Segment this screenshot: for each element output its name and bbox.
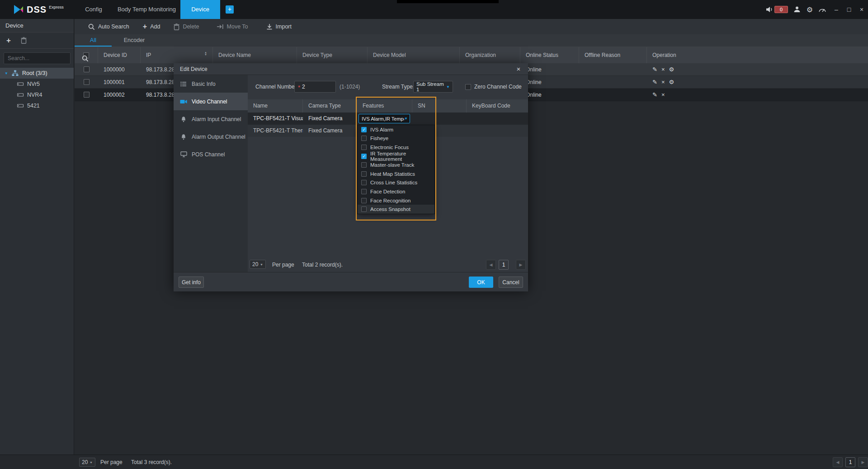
features-dropdown-trigger[interactable]: IVS Alarm,IR Tempera... ▼ [359, 114, 410, 123]
features-dropdown-item[interactable]: Access Snapshot [358, 205, 434, 214]
sort-icon[interactable]: ▲▼ [204, 52, 207, 56]
header-features[interactable]: Features [357, 99, 412, 113]
row-checkbox[interactable] [84, 66, 90, 72]
current-page-number[interactable]: 1 [499, 260, 509, 270]
checkbox-unchecked[interactable] [361, 198, 367, 203]
header-online-status[interactable]: Online Status [520, 47, 579, 63]
channel-table-header: Name Camera Type Features SN KeyBoard Co… [248, 99, 528, 113]
header-device-model[interactable]: Device Model [368, 47, 460, 63]
nav-alarm-input-channel[interactable]: Alarm Input Channel [174, 110, 248, 128]
device-view-tabs: All Encoder [75, 34, 868, 47]
checkbox-unchecked[interactable] [361, 180, 367, 185]
settings-gear-icon[interactable]: ⚙ [805, 0, 815, 19]
edit-device-icon[interactable]: ✎ [652, 89, 657, 101]
header-name[interactable]: Name [248, 99, 303, 113]
next-page-button[interactable]: ▶ [516, 260, 526, 270]
checkbox-unchecked[interactable] [361, 145, 367, 150]
add-organization-icon[interactable]: + [6, 36, 11, 45]
current-page-number[interactable]: 1 [845, 457, 855, 467]
search-input[interactable] [4, 55, 81, 61]
header-organization[interactable]: Organization [460, 47, 520, 63]
tree-node-root[interactable]: ▼ Root (3/3) [0, 68, 74, 79]
search-icon[interactable] [81, 53, 89, 64]
get-info-button[interactable]: Get info [179, 277, 204, 288]
maximize-button[interactable]: □ [844, 0, 854, 19]
move-to-button[interactable]: Move To [217, 23, 248, 30]
speaker-icon[interactable] [765, 0, 774, 19]
stream-type-select[interactable]: Sub Stream 1 ▼ [413, 81, 453, 93]
nav-pos-channel[interactable]: POS Channel [174, 145, 248, 163]
tree-expand-caret-icon[interactable]: ▼ [5, 71, 9, 75]
device-config-gear-icon[interactable]: ⚙ [669, 76, 675, 88]
checkbox-unchecked[interactable] [361, 206, 367, 212]
tree-node-nvr4[interactable]: NVR4 [0, 89, 74, 100]
per-page-select[interactable]: 20 ▼ [250, 260, 266, 269]
search-icon [88, 23, 95, 30]
add-tab-button[interactable]: + [226, 5, 234, 14]
delete-device-icon[interactable]: × [661, 89, 665, 101]
delete-device-icon[interactable]: × [661, 76, 665, 88]
header-keyboard-code[interactable]: KeyBoard Code [467, 99, 528, 113]
checkbox-checked[interactable]: ✓ [361, 154, 367, 159]
dialog-close-icon[interactable]: × [514, 63, 524, 75]
header-device-type[interactable]: Device Type [297, 47, 368, 63]
delete-device-icon[interactable]: × [661, 63, 665, 75]
header-sn[interactable]: SN [412, 99, 467, 113]
nav-alarm-output-channel[interactable]: Alarm Output Channel [174, 128, 248, 145]
ok-button[interactable]: OK [469, 277, 493, 288]
checkbox-unchecked[interactable] [361, 189, 367, 194]
delete-organization-icon[interactable] [21, 37, 27, 44]
checkbox-unchecked[interactable] [361, 136, 367, 141]
header-ip[interactable]: IP ▲▼ [141, 47, 213, 63]
per-page-select[interactable]: 20 ▼ [79, 458, 95, 467]
performance-gauge-icon[interactable] [817, 0, 827, 19]
next-page-button[interactable]: ▶ [858, 457, 868, 467]
tab-device[interactable]: Device [180, 0, 220, 19]
add-device-button[interactable]: + Add [143, 23, 160, 31]
device-config-gear-icon[interactable]: ⚙ [669, 63, 675, 75]
auto-search-button[interactable]: Auto Search [88, 23, 129, 30]
row-checkbox[interactable] [84, 79, 90, 85]
features-dropdown-item[interactable]: Heat Map Statistics [358, 169, 434, 178]
header-device-name[interactable]: Device Name [213, 47, 297, 63]
features-dropdown-item[interactable]: Cross Line Statistics [358, 178, 434, 188]
prev-page-button[interactable]: ◀ [486, 260, 496, 270]
features-dropdown-item[interactable]: Master-slave Track [358, 160, 434, 169]
tree-node-nvr5[interactable]: NVr5 [0, 79, 74, 89]
tree-node-5421[interactable]: 5421 [0, 100, 74, 111]
cancel-button[interactable]: Cancel [499, 277, 523, 288]
delete-device-button[interactable]: Delete [174, 23, 199, 30]
row-checkbox[interactable] [84, 92, 90, 98]
checkbox-checked[interactable]: ✓ [361, 127, 367, 132]
features-dropdown-item[interactable]: ✓IVS Alarm [358, 125, 434, 134]
import-button[interactable]: Import [266, 23, 292, 30]
checkbox-unchecked[interactable] [361, 162, 367, 168]
nav-video-channel[interactable]: Video Channel [174, 93, 248, 110]
channel-row-visual[interactable]: TPC-BF5421-T Visual Fixed Camera IVS Ala… [248, 113, 528, 125]
features-dropdown-item[interactable]: Face Recognition [358, 196, 434, 205]
header-device-id[interactable]: Device ID [98, 47, 141, 63]
edit-device-icon[interactable]: ✎ [652, 63, 657, 75]
tab-encoder[interactable]: Encoder [112, 34, 157, 47]
alarm-count-badge[interactable]: 0 [774, 0, 789, 19]
channel-number-input[interactable]: * 2 [294, 81, 336, 93]
features-dropdown-item[interactable]: ✓IR Temperature Measurement [358, 152, 434, 161]
close-window-button[interactable]: × [856, 0, 867, 19]
edit-device-icon[interactable]: ✎ [652, 76, 657, 88]
minimize-button[interactable]: – [831, 0, 842, 19]
features-dropdown-item[interactable]: Fisheye [358, 134, 434, 143]
tab-all[interactable]: All [75, 34, 112, 47]
tab-config[interactable]: Config [78, 0, 109, 19]
features-dropdown-item[interactable]: Face Detection [358, 187, 434, 196]
user-icon[interactable] [792, 0, 802, 19]
checkbox-unchecked[interactable] [465, 84, 471, 90]
header-offline-reason[interactable]: Offline Reason [579, 47, 647, 63]
checkbox-unchecked[interactable] [361, 171, 367, 177]
header-operation[interactable]: Operation [647, 47, 868, 63]
cell-device-id: 1000001 [98, 76, 141, 88]
header-camera-type[interactable]: Camera Type [303, 99, 357, 113]
zero-channel-checkbox-group[interactable]: Zero Channel Code [465, 84, 522, 90]
nav-basic-info[interactable]: Basic Info [174, 75, 248, 93]
prev-page-button[interactable]: ◀ [833, 457, 843, 467]
tab-body-temp-monitoring[interactable]: Body Temp Monitoring [114, 0, 179, 19]
